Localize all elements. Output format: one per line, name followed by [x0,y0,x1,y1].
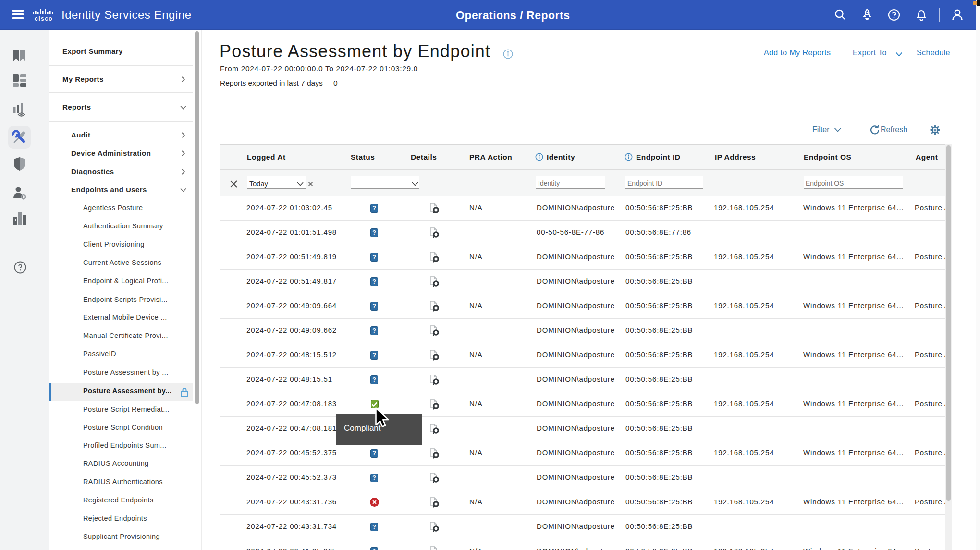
svg-text:cisco: cisco [35,15,53,21]
